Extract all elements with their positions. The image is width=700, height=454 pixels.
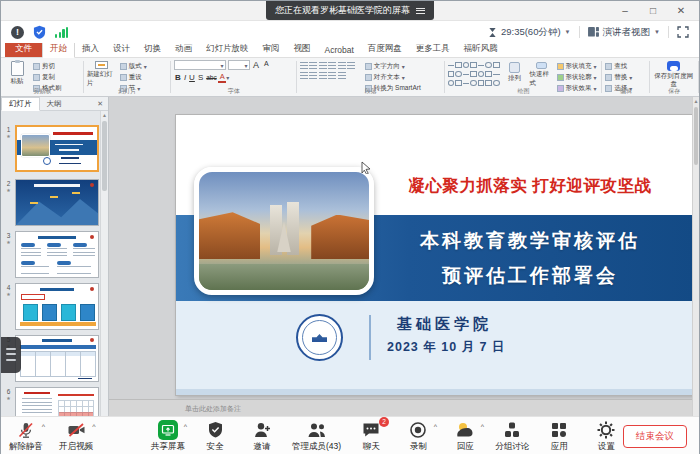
tab-slideshow[interactable]: 幻灯片放映 <box>199 41 256 57</box>
slide-thumbnail-1[interactable] <box>15 125 99 172</box>
tab-animations[interactable]: 动画 <box>168 41 199 57</box>
font-color-caret-icon[interactable]: ▾ <box>226 74 229 81</box>
panel-scrollbar[interactable]: ▲ <box>100 111 108 416</box>
apps-button[interactable]: 应用 <box>542 420 576 453</box>
view-mode-selector[interactable]: 演讲者视图 ▼ <box>588 26 660 39</box>
shapes-gallery[interactable] <box>448 60 500 88</box>
panel-tab-slides[interactable]: 幻灯片 <box>1 97 40 111</box>
window-controls: – □ ✕ <box>613 1 693 21</box>
close-button[interactable]: ✕ <box>669 2 693 20</box>
quick-styles-icon <box>536 62 547 69</box>
screen-share-banner[interactable]: 您正在观看罗彬基础医学院的屏幕 <box>266 1 434 20</box>
canvas-scrollbar[interactable]: ▲ <box>692 97 699 416</box>
scroll-up-icon[interactable]: ▲ <box>693 97 699 106</box>
invite-button[interactable]: 邀请 <box>245 420 279 453</box>
manage-members-button[interactable]: 管理成员(43) <box>292 420 341 453</box>
shape-outline-button[interactable]: 形状轮廓 ▾ <box>557 73 597 82</box>
find-button[interactable]: 查找 <box>605 62 632 71</box>
underline-button[interactable]: U <box>188 73 197 82</box>
tab-more-tools[interactable]: 更多工具 <box>409 41 457 57</box>
security-button[interactable]: 安全 <box>198 420 232 453</box>
transition-star-icon: ★ <box>3 187 14 193</box>
reactions-button[interactable]: ^ 回应 <box>448 420 482 453</box>
slide-thumbnail-2[interactable] <box>15 179 99 226</box>
ribbon: 粘贴 剪切 复制 格式刷 剪贴板 新建幻灯片 版式 ▾ 重设 节 ▾ 幻灯片 <box>1 58 699 97</box>
network-signal-icon[interactable] <box>55 27 68 38</box>
paste-button[interactable]: 粘贴 <box>4 60 30 88</box>
share-screen-button[interactable]: ^ 共享屏幕 <box>151 420 185 453</box>
mic-options-chevron-icon[interactable]: ^ <box>42 423 45 430</box>
end-meeting-button[interactable]: 结束会议 <box>623 425 687 448</box>
shape-fill-icon <box>557 63 564 70</box>
arrange-button[interactable]: 排列 <box>503 60 527 88</box>
grow-font-button[interactable]: A <box>252 60 261 70</box>
drawing-group: 排列 快速样式 形状填充 ▾ 形状轮廓 ▾ 形状效果 ▾ 绘图 <box>445 58 603 96</box>
reset-button[interactable]: 重设 <box>120 73 147 82</box>
meeting-info-icon[interactable]: ! <box>11 26 24 39</box>
panel-close-icon[interactable]: ✕ <box>92 100 108 108</box>
shrink-font-button[interactable]: A <box>263 60 271 70</box>
slide-canvas: 凝心聚力抓落实 打好迎评攻坚战 本科教育教学审核评估 预评估工作部署会 <box>109 97 699 416</box>
slide-thumbnail-3[interactable] <box>15 231 99 278</box>
alignment-buttons[interactable] <box>300 72 362 80</box>
notes-pane[interactable]: 单击此处添加备注 <box>109 399 692 416</box>
current-slide[interactable]: 凝心聚力抓落实 打好迎评攻坚战 本科教育教学审核评估 预评估工作部署会 <box>176 115 694 395</box>
maximize-button[interactable]: □ <box>641 2 665 20</box>
security-shield-icon[interactable] <box>33 25 46 39</box>
tab-file[interactable]: 文件 <box>5 41 42 57</box>
minimize-button[interactable]: – <box>613 2 637 20</box>
text-direction-button[interactable]: 文字方向 ▾ <box>365 62 421 71</box>
record-button[interactable]: ^ 录制 <box>401 420 435 453</box>
font-size-box[interactable]: ▾ <box>228 60 250 70</box>
reaction-options-chevron-icon[interactable]: ^ <box>481 423 484 430</box>
floating-toolbar-handle[interactable] <box>1 337 21 373</box>
align-text-button[interactable]: 对齐文本 ▾ <box>365 73 421 82</box>
slide-thumbnail-5[interactable] <box>15 335 99 382</box>
tab-addin[interactable]: 福昕风腾 <box>457 41 505 57</box>
cut-button[interactable]: 剪切 <box>33 62 62 71</box>
save-to-netdisk-button[interactable]: 保存到百度网盘 <box>653 60 695 88</box>
tab-review[interactable]: 审阅 <box>256 41 287 57</box>
tab-design[interactable]: 设计 <box>106 41 137 57</box>
strikethrough-button[interactable]: abc <box>205 74 218 81</box>
start-video-button[interactable]: ^ 开启视频 <box>59 420 93 453</box>
video-options-chevron-icon[interactable]: ^ <box>92 423 95 430</box>
align-text-icon <box>365 74 372 81</box>
fullscreen-icon[interactable] <box>677 26 689 38</box>
settings-button[interactable]: 设置 <box>589 420 623 453</box>
bold-button[interactable]: B <box>174 73 183 82</box>
new-slide-button[interactable]: 新建幻灯片 <box>87 60 117 88</box>
panel-tab-outline[interactable]: 大纲 <box>40 98 69 110</box>
slide-title-line2: 预评估工作部署会 <box>442 263 618 289</box>
scroll-up-icon[interactable]: ▲ <box>101 111 108 120</box>
tab-view[interactable]: 视图 <box>287 41 318 57</box>
copy-button[interactable]: 复制 <box>33 73 62 82</box>
slide-thumbnail-4[interactable] <box>15 283 99 330</box>
replace-button[interactable]: 替换 ▾ <box>605 73 632 82</box>
tab-baidu-netdisk[interactable]: 百度网盘 <box>361 41 409 57</box>
quick-styles-button[interactable]: 快速样式 <box>530 60 554 88</box>
breakout-rooms-icon <box>502 420 522 440</box>
layout-button[interactable]: 版式 ▾ <box>120 62 147 71</box>
mouse-cursor-icon <box>361 161 372 174</box>
meeting-timer[interactable]: 29:35(60分钟) ▼ <box>488 26 571 39</box>
breakout-rooms-button[interactable]: 分组讨论 <box>495 420 529 453</box>
chat-button[interactable]: 2 聊天 <box>354 420 388 453</box>
record-options-chevron-icon[interactable]: ^ <box>434 423 437 430</box>
tab-insert[interactable]: 插入 <box>75 41 106 57</box>
timer-caret-icon: ▼ <box>565 29 571 35</box>
share-options-chevron-icon[interactable]: ^ <box>184 423 187 430</box>
tab-transitions[interactable]: 切换 <box>137 41 168 57</box>
font-name-box[interactable]: ▾ <box>174 60 226 70</box>
view-mode-caret-icon: ▼ <box>654 29 660 35</box>
unmute-button[interactable]: ^ 解除静音 <box>9 420 43 453</box>
text-shadow-button[interactable]: S <box>196 73 204 82</box>
slide-number: 4★ <box>3 283 14 330</box>
paste-icon <box>11 61 24 76</box>
font-color-button[interactable]: A <box>218 72 226 83</box>
slide-number: 3★ <box>3 231 14 278</box>
shape-fill-button[interactable]: 形状填充 ▾ <box>557 62 597 71</box>
banner-menu-icon[interactable] <box>416 6 425 15</box>
tab-acrobat[interactable]: Acrobat <box>318 43 361 57</box>
list-indent-buttons[interactable] <box>300 62 362 70</box>
